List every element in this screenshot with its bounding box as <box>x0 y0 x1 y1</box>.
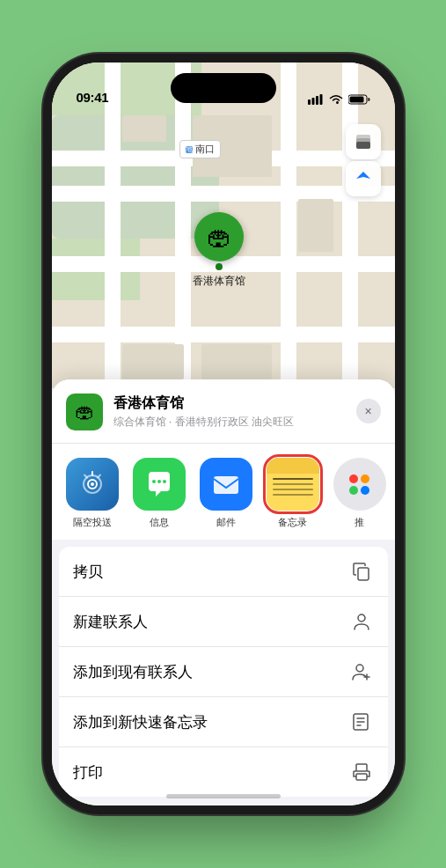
svg-rect-21 <box>356 774 367 780</box>
bottom-sheet: 🏟 香港体育馆 综合体育馆 · 香港特别行政区 油尖旺区 × <box>52 379 395 805</box>
note-icon <box>349 710 374 734</box>
svg-rect-15 <box>214 476 238 494</box>
phone-frame: 09:41 <box>52 63 395 805</box>
notes-top-bar <box>267 458 319 474</box>
svg-rect-16 <box>358 568 369 580</box>
svg-point-12 <box>152 480 156 483</box>
copy-icon <box>349 559 374 584</box>
notes-line-1 <box>273 478 313 480</box>
airdrop-svg-icon <box>77 468 108 500</box>
notes-line-3 <box>273 489 313 490</box>
new-contact-label: 新建联系人 <box>73 612 148 632</box>
venue-icon: 🏟 <box>66 394 103 430</box>
notes-lines <box>267 474 319 500</box>
messages-label: 信息 <box>150 516 169 529</box>
home-indicator <box>166 794 281 798</box>
more-dots <box>339 464 380 505</box>
share-item-notes[interactable]: 备忘录 <box>263 458 323 529</box>
mail-label: 邮件 <box>216 516 236 529</box>
person-add-icon <box>349 659 374 684</box>
svg-rect-0 <box>308 99 311 105</box>
svg-point-17 <box>358 614 365 622</box>
svg-rect-5 <box>349 97 363 103</box>
svg-point-14 <box>163 480 166 483</box>
map-label-text: 南口 <box>195 143 215 156</box>
airdrop-icon <box>66 458 119 511</box>
share-item-more[interactable]: 推 <box>330 458 390 529</box>
location-arrow-icon <box>355 170 372 188</box>
map-controls <box>346 124 381 196</box>
notes-line-4 <box>273 494 313 496</box>
share-item-mail[interactable]: 邮件 <box>196 458 256 529</box>
airdrop-label: 隔空投送 <box>73 516 112 529</box>
svg-rect-2 <box>316 96 318 105</box>
layers-icon <box>354 132 373 151</box>
print-label: 打印 <box>73 762 103 783</box>
mail-icon <box>200 458 252 511</box>
action-list: 拷贝 新建联系人 <box>59 547 388 797</box>
action-add-note[interactable]: 添加到新快速备忘录 <box>59 697 388 747</box>
share-item-messages[interactable]: 信息 <box>129 458 189 529</box>
location-button[interactable] <box>346 161 381 196</box>
add-note-label: 添加到新快速备忘录 <box>73 712 208 732</box>
action-print[interactable]: 打印 <box>59 747 388 797</box>
action-new-contact[interactable]: 新建联系人 <box>59 597 388 647</box>
venue-subtitle: 综合体育馆 · 香港特别行政区 油尖旺区 <box>113 415 381 430</box>
sheet-header: 🏟 香港体育馆 综合体育馆 · 香港特别行政区 油尖旺区 × <box>52 379 395 444</box>
svg-point-11 <box>91 482 94 486</box>
dot-red <box>349 474 358 483</box>
notes-line-2 <box>273 483 313 485</box>
action-copy[interactable]: 拷贝 <box>59 547 388 597</box>
venue-info: 香港体育馆 综合体育馆 · 香港特别行政区 油尖旺区 <box>113 394 381 430</box>
wifi-icon <box>329 94 343 105</box>
mail-svg-icon <box>210 468 242 500</box>
pin-label: 香港体育馆 <box>193 274 245 289</box>
close-button[interactable]: × <box>356 399 381 423</box>
messages-svg-icon <box>143 468 175 500</box>
stadium-pin: 🏟 香港体育馆 <box>193 212 245 289</box>
messages-icon <box>133 458 186 511</box>
share-item-airdrop[interactable]: 隔空投送 <box>62 458 122 529</box>
action-add-existing[interactable]: 添加到现有联系人 <box>59 647 388 697</box>
status-icons <box>308 94 370 105</box>
map-location-label: 地 南口 <box>179 140 221 158</box>
signal-icon <box>308 94 324 105</box>
svg-point-13 <box>157 480 161 483</box>
copy-label: 拷贝 <box>73 562 103 582</box>
notes-icon <box>267 458 319 511</box>
print-icon <box>349 760 374 784</box>
battery-icon <box>348 94 370 105</box>
pin-circle: 🏟 <box>194 212 244 261</box>
dynamic-island <box>171 73 276 103</box>
svg-rect-1 <box>311 98 314 105</box>
svg-point-18 <box>356 665 363 672</box>
status-time: 09:41 <box>77 90 109 105</box>
venue-name: 香港体育馆 <box>113 394 381 413</box>
map-label-dot-icon: 地 <box>186 146 193 153</box>
svg-rect-20 <box>356 764 367 771</box>
add-existing-label: 添加到现有联系人 <box>73 662 193 682</box>
notes-label: 备忘录 <box>278 516 307 529</box>
dot-blue <box>361 486 369 495</box>
pin-dot <box>216 263 223 270</box>
dot-green <box>349 486 358 495</box>
person-icon <box>349 609 374 634</box>
map-layers-button[interactable] <box>346 124 381 159</box>
dot-orange <box>361 474 369 483</box>
svg-rect-3 <box>319 94 322 105</box>
svg-rect-8 <box>356 142 370 149</box>
pin-stadium-icon: 🏟 <box>207 223 231 252</box>
more-label: 推 <box>355 516 364 529</box>
share-row: 隔空投送 信息 <box>52 444 395 540</box>
more-icon <box>333 458 386 511</box>
